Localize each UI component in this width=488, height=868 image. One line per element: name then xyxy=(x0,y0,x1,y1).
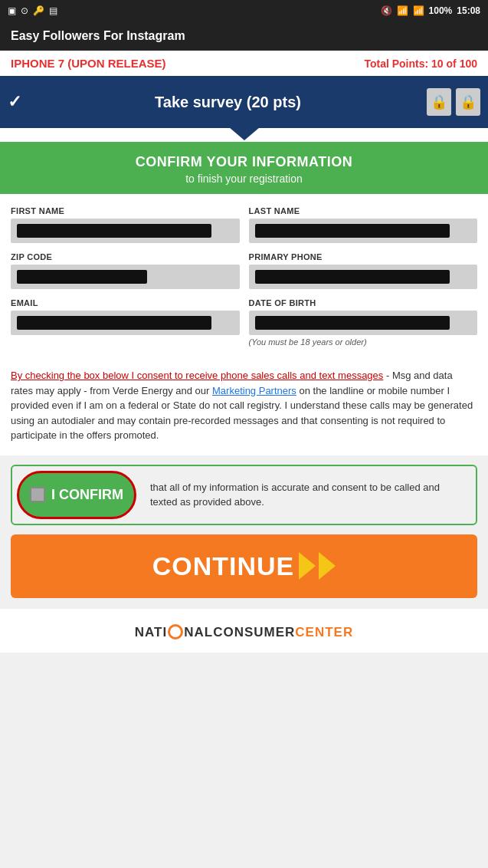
email-group: EMAIL xyxy=(11,298,240,347)
status-right-icons: 🔇 📶 📶 100% 15:08 xyxy=(381,5,480,16)
last-name-value xyxy=(255,224,450,238)
battery-text: 100% xyxy=(429,5,453,16)
confirm-checkbox[interactable] xyxy=(30,487,45,502)
arrow-1 xyxy=(299,552,316,580)
app-bar: Easy Followers For Instagram xyxy=(0,21,488,51)
wifi-icon: 📶 xyxy=(397,5,408,16)
confirm-header: CONFIRM YOUR INFORMATION to finish your … xyxy=(0,142,488,194)
marketing-partners-link[interactable]: Marketing Partners xyxy=(212,385,296,396)
key-icon: 🔑 xyxy=(33,5,44,16)
primary-phone-label: PRIMARY PHONE xyxy=(249,252,478,261)
confirm-side-text: that all of my information is accurate a… xyxy=(141,472,476,518)
email-input[interactable] xyxy=(11,311,240,335)
points-current: 10 xyxy=(431,58,444,70)
name-row: FIRST NAME LAST NAME xyxy=(11,206,477,243)
confirm-box: I CONFIRM that all of my information is … xyxy=(11,465,477,525)
survey-banner[interactable]: ✓ Take survey (20 pts) 🔒 🔒 xyxy=(0,76,488,128)
status-icons: ▣ ⊙ 🔑 ▤ xyxy=(8,5,57,16)
points-of: of xyxy=(447,58,457,70)
footer: NATINALCONSUMERCENTER xyxy=(0,609,488,653)
points-bar: IPHONE 7 (UPON RELEASE) Total Points: 10… xyxy=(0,51,488,76)
last-name-label: LAST NAME xyxy=(249,206,478,215)
zip-phone-row: ZIP CODE PRIMARY PHONE xyxy=(11,252,477,289)
form-section: FIRST NAME LAST NAME ZIP CODE PRIMARY PH… xyxy=(0,194,488,368)
dob-label: DATE OF BIRTH xyxy=(249,298,478,307)
continue-button[interactable]: CONTINUE xyxy=(11,534,477,598)
primary-phone-group: PRIMARY PHONE xyxy=(249,252,478,289)
zip-code-group: ZIP CODE xyxy=(11,252,240,289)
zip-code-label: ZIP CODE xyxy=(11,252,240,261)
lock-icon-2: 🔒 xyxy=(456,88,480,116)
zip-code-value xyxy=(17,270,147,284)
confirm-button[interactable]: I CONFIRM xyxy=(17,471,136,519)
primary-phone-value xyxy=(255,270,450,284)
continue-arrows xyxy=(302,552,336,580)
logo-part2: NALCONSUMER xyxy=(184,625,295,639)
signal-icon: 📶 xyxy=(413,5,424,16)
email-dob-row: EMAIL DATE OF BIRTH (You must be 18 year… xyxy=(11,298,477,347)
consent-text-underline: By checking the box below I consent to r… xyxy=(11,370,383,381)
first-name-label: FIRST NAME xyxy=(11,206,240,215)
ncc-circle-icon xyxy=(168,624,183,639)
dob-value xyxy=(255,316,450,330)
primary-phone-input[interactable] xyxy=(249,265,478,289)
points-label: Total Points: xyxy=(364,58,428,70)
lock-icon-1: 🔒 xyxy=(427,88,451,116)
dob-note: (You must be 18 years or older) xyxy=(249,337,478,347)
lock-icons: 🔒 🔒 xyxy=(427,88,480,116)
promo-title: IPHONE 7 (UPON RELEASE) xyxy=(11,57,166,70)
consent-text: By checking the box below I consent to r… xyxy=(11,368,477,443)
first-name-value xyxy=(17,224,211,238)
check-icon: ✓ xyxy=(8,92,21,112)
consent-section: By checking the box below I consent to r… xyxy=(0,368,488,455)
email-label: EMAIL xyxy=(11,298,240,307)
first-name-input[interactable] xyxy=(11,219,240,243)
points-display: Total Points: 10 of 100 xyxy=(364,58,477,70)
mute-icon: 🔇 xyxy=(381,5,392,16)
confirm-title: CONFIRM YOUR INFORMATION xyxy=(11,154,477,170)
last-name-input[interactable] xyxy=(249,219,478,243)
confirm-button-label: I CONFIRM xyxy=(51,487,123,503)
clock: 15:08 xyxy=(457,5,480,16)
last-name-group: LAST NAME xyxy=(249,206,478,243)
first-name-group: FIRST NAME xyxy=(11,206,240,243)
sim-icon: ▤ xyxy=(49,5,57,16)
screen-icon: ▣ xyxy=(8,5,16,16)
confirm-side-content: that all of my information is accurate a… xyxy=(150,482,440,508)
survey-label: Take survey (20 pts) xyxy=(29,94,427,111)
shield-icon: ⊙ xyxy=(21,5,28,16)
zip-code-input[interactable] xyxy=(11,265,240,289)
status-bar: ▣ ⊙ 🔑 ▤ 🔇 📶 📶 100% 15:08 xyxy=(0,0,488,21)
logo-part1: NATI xyxy=(135,625,167,639)
arrow-2 xyxy=(319,552,336,580)
email-value xyxy=(17,316,211,330)
points-total: 100 xyxy=(460,58,477,70)
app-title: Easy Followers For Instagram xyxy=(11,29,185,42)
dob-group: DATE OF BIRTH (You must be 18 years or o… xyxy=(249,298,478,347)
logo-part3: CENTER xyxy=(295,625,353,639)
confirm-subtitle: to finish your registration xyxy=(11,173,477,185)
continue-label: CONTINUE xyxy=(152,551,295,581)
dob-input[interactable] xyxy=(249,311,478,335)
footer-logo: NATINALCONSUMERCENTER xyxy=(12,621,476,640)
